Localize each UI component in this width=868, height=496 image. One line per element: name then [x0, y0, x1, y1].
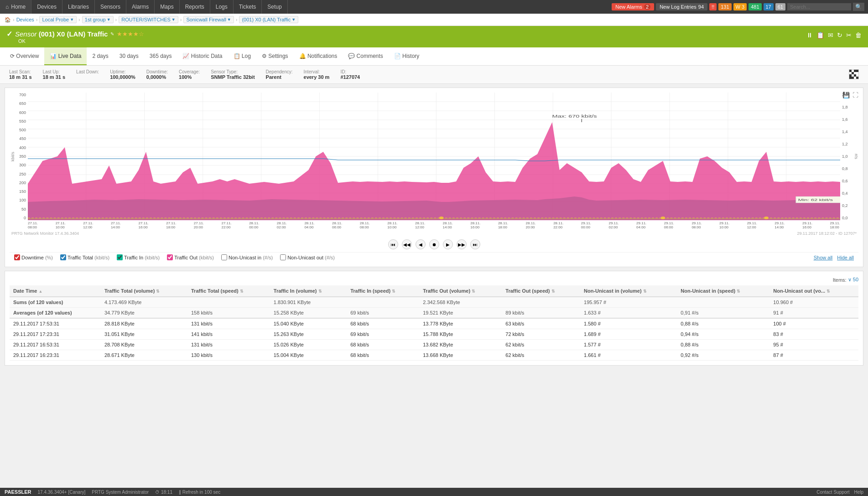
- legend-non-unicast-out-check[interactable]: [280, 254, 286, 260]
- nav-home[interactable]: ⌂ Home: [0, 0, 31, 14]
- col-tt-vol[interactable]: Traffic Total (volume) ⇅: [101, 285, 187, 297]
- comments-icon: 💬: [348, 53, 355, 59]
- items-value[interactable]: ∨ 50: [848, 277, 858, 283]
- nav-setup[interactable]: Setup: [262, 0, 287, 14]
- legend-downtime-unit: (%): [45, 255, 53, 260]
- new-alarms-count: 2: [644, 4, 650, 10]
- tab-30days[interactable]: 30 days: [114, 47, 144, 65]
- nav-sensors[interactable]: Sensors: [95, 0, 126, 14]
- legend-non-unicast-in[interactable]: Non-Unicast in (#/s): [221, 254, 273, 260]
- nav-logs[interactable]: Logs: [210, 0, 234, 14]
- legend-downtime-label: Downtime: [21, 255, 44, 260]
- nav-alarms[interactable]: Alarms: [126, 0, 155, 14]
- col-to-vol[interactable]: Traffic Out (volume) ⇅: [419, 285, 502, 297]
- breadcrumb-devices[interactable]: Devices: [16, 17, 34, 22]
- col-tt-spd[interactable]: Traffic Total (speed) ⇅: [187, 285, 270, 297]
- chart-prev2-btn[interactable]: ◀◀: [402, 239, 412, 249]
- sensor-type-label: Sensor Type:: [211, 69, 255, 74]
- chart-first-btn[interactable]: ⏮: [388, 239, 398, 249]
- legend-downtime-check[interactable]: [14, 254, 20, 260]
- legend-traffic-in[interactable]: Traffic In (kbit/s): [117, 254, 160, 260]
- search-input[interactable]: [787, 3, 851, 10]
- sensor-edit-icon[interactable]: ✎: [110, 31, 114, 36]
- legend-non-unicast-in-unit: (#/s): [263, 255, 273, 260]
- tab-365days[interactable]: 365 days: [144, 47, 177, 65]
- col-nuo-vol[interactable]: Non-Unicast out (vo... ⇅: [769, 285, 858, 297]
- sensor-stars[interactable]: ★★★★☆: [117, 31, 144, 37]
- tab-historic[interactable]: 📈 Historic Data: [177, 47, 228, 65]
- col-to-spd[interactable]: Traffic Out (speed) ⇅: [502, 285, 580, 297]
- info-last-down: Last Down:: [76, 69, 99, 74]
- tabs-bar: ⟳ ⟳ OverviewOverview 📊 Live Data 2 days …: [0, 47, 868, 66]
- avg-nui-spd: 0,91 #/s: [677, 308, 769, 319]
- chart-play-btn[interactable]: ⏺: [429, 239, 439, 249]
- chart-svg: Max: 670 kbit/s Min: 62 kbit/s: [28, 93, 840, 220]
- tab-comments[interactable]: 💬 Comments: [343, 47, 388, 65]
- nav-devices[interactable]: Devices: [31, 0, 62, 14]
- tab-log[interactable]: 📋 Log: [228, 47, 256, 65]
- legend-traffic-out[interactable]: Traffic Out (kbit/s): [167, 254, 214, 260]
- tab-history[interactable]: 📄 History: [389, 47, 425, 65]
- tab-settings[interactable]: ⚙ Settings: [256, 47, 294, 65]
- nav-maps[interactable]: Maps: [155, 0, 179, 14]
- breadcrumb-sensor[interactable]: (001) X0 (LAN) Traffic▼: [239, 16, 298, 23]
- home-icon: ⌂: [5, 4, 9, 10]
- chart-last-btn[interactable]: ⏭: [470, 239, 480, 249]
- avg-tt-vol: 34.779 KByte: [101, 308, 187, 319]
- legend-traffic-total[interactable]: Traffic Total (kbit/s): [60, 254, 109, 260]
- sensor-refresh-button[interactable]: ↻: [837, 31, 842, 39]
- breadcrumb-home-icon[interactable]: 🏠: [5, 17, 11, 23]
- sensor-email-button[interactable]: ✉: [828, 31, 833, 39]
- nav-tickets[interactable]: Tickets: [234, 0, 262, 14]
- sensor-pause-button[interactable]: ⏸: [806, 31, 813, 39]
- uptime-value: 100,0000%: [110, 74, 135, 80]
- legend-non-unicast-in-check[interactable]: [221, 254, 227, 260]
- nav-reports[interactable]: Reports: [180, 0, 210, 14]
- new-alarms-button[interactable]: New Alarms 2: [612, 3, 654, 10]
- chart-next2-btn[interactable]: ▶▶: [457, 239, 467, 249]
- items-bar: Items: ∨ 50: [10, 276, 858, 285]
- info-coverage: Coverage: 100%: [179, 69, 200, 80]
- tab-2days[interactable]: 2 days: [87, 47, 114, 65]
- col-datetime[interactable]: Date Time ▲: [10, 285, 101, 297]
- breadcrumb-group[interactable]: 1st group▼: [82, 16, 114, 23]
- legend-traffic-total-check[interactable]: [60, 254, 66, 260]
- sensor-copy-button[interactable]: 📋: [816, 31, 824, 39]
- sum-tt-spd: [187, 297, 270, 308]
- nav-libraries-label: Libraries: [68, 4, 89, 10]
- legend-traffic-in-check[interactable]: [117, 254, 123, 260]
- breadcrumb-local-probe[interactable]: Local Probe▼: [39, 16, 77, 23]
- col-nui-vol[interactable]: Non-Unicast in (volume) ⇅: [580, 285, 677, 297]
- breadcrumb-sep3: ›: [78, 17, 80, 22]
- sum-tt-vol: 4.173.469 KByte: [101, 297, 187, 308]
- breadcrumb-sep5: ›: [180, 17, 182, 22]
- breadcrumb-router[interactable]: ROUTER/SWITCHES▼: [119, 16, 178, 23]
- col-ti-spd[interactable]: Traffic In (speed) ⇅: [347, 285, 419, 297]
- new-log-button[interactable]: New Log Entries 94: [656, 3, 707, 10]
- nav-reports-label: Reports: [185, 4, 204, 10]
- breadcrumb-firewall[interactable]: Sonicwall Firewall▼: [183, 16, 234, 23]
- tab-overview[interactable]: ⟳ ⟳ OverviewOverview: [5, 47, 44, 65]
- info-qr[interactable]: [849, 69, 859, 79]
- y-axis-left-label: kbit/s: [10, 93, 15, 220]
- show-all-link[interactable]: Show all: [814, 255, 833, 260]
- legend-downtime[interactable]: Downtime (%): [14, 254, 53, 260]
- downtime-value: 0,0000%: [146, 74, 168, 80]
- sensor-delete-button[interactable]: 🗑: [855, 31, 862, 39]
- legend-traffic-out-check[interactable]: [167, 254, 173, 260]
- nav-libraries[interactable]: Libraries: [62, 0, 95, 14]
- nav-tickets-label: Tickets: [239, 4, 256, 10]
- col-nui-spd[interactable]: Non-Unicast in (speed) ⇅: [677, 285, 769, 297]
- hide-all-link[interactable]: Hide all: [837, 255, 854, 260]
- sensor-cut-button[interactable]: ✂: [846, 31, 852, 39]
- search-button[interactable]: 🔍: [853, 3, 864, 11]
- data-table: Date Time ▲ Traffic Total (volume) ⇅ Tra…: [10, 285, 858, 361]
- chart-next-btn[interactable]: ▶: [443, 239, 453, 249]
- legend-non-unicast-out[interactable]: Non-Unicast out (#/s): [280, 254, 335, 260]
- badge-w3: W 3: [733, 3, 747, 10]
- sum-to-vol: 2.342.568 KByte: [419, 297, 502, 308]
- col-ti-vol[interactable]: Traffic In (volume) ⇅: [270, 285, 347, 297]
- tab-notifications[interactable]: 🔔 Notifications: [294, 47, 343, 65]
- chart-prev-btn[interactable]: ◀: [416, 239, 426, 249]
- tab-live-data[interactable]: 📊 Live Data: [44, 47, 87, 65]
